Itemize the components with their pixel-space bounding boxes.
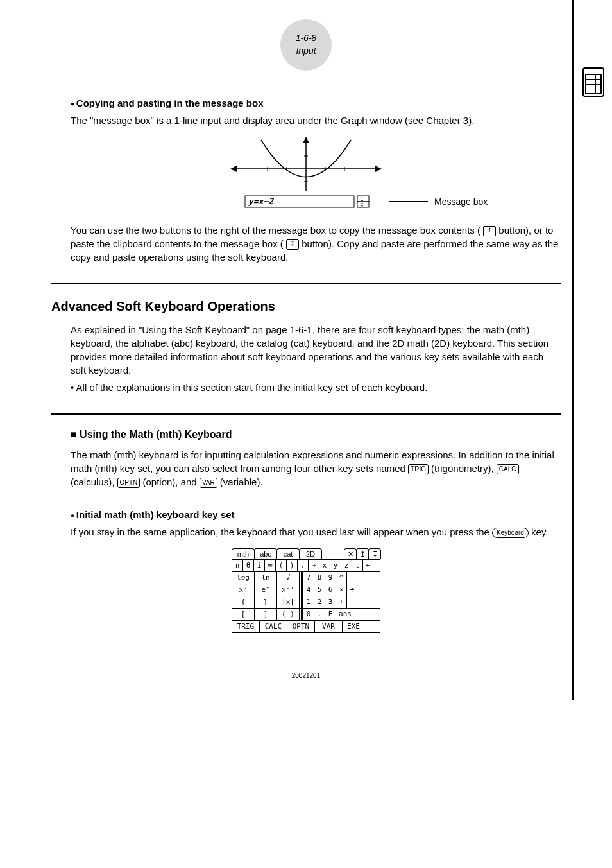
mth-keyboard-p1: The math (mth) keyboard is for inputting… <box>71 448 561 489</box>
tab-abc[interactable]: abc <box>254 548 277 559</box>
kbd-key[interactable]: (−) <box>277 609 300 620</box>
tab-cat[interactable]: cat <box>276 548 300 559</box>
kbd-key[interactable]: y <box>330 560 341 571</box>
footer-docdate: 20021201 <box>51 672 561 681</box>
paste-in-icon: ↧ <box>286 239 299 250</box>
soft-keyboard-figure: mth abc cat 2D ✕ ↥ ↧ πθi∞(),⇒xyzt← logln… <box>232 548 380 633</box>
kbd-key[interactable]: x² <box>232 584 255 596</box>
kbd-key[interactable]: 4 <box>303 584 314 596</box>
kbd-key[interactable]: { <box>232 596 255 608</box>
kbd-key[interactable]: ( <box>276 560 287 571</box>
kbd-key[interactable]: x⁻¹ <box>277 584 300 596</box>
tab-2d[interactable]: 2D <box>299 548 322 559</box>
svg-marker-2 <box>230 166 237 172</box>
page-title: Input <box>296 45 316 58</box>
initial-keyset-p: If you stay in the same application, the… <box>71 525 561 539</box>
advanced-ops-heading: Advanced Soft Keyboard Operations <box>51 297 561 315</box>
kbd-key[interactable]: ] <box>255 609 277 620</box>
tab-mth[interactable]: mth <box>232 548 255 559</box>
kbd-key[interactable]: } <box>255 596 277 608</box>
tab-up-icon[interactable]: ↥ <box>356 548 369 559</box>
svg-marker-5 <box>303 137 309 143</box>
tab-close-icon[interactable]: ✕ <box>344 548 357 559</box>
kbd-key[interactable]: . <box>314 609 325 620</box>
kbd-key[interactable]: 5 <box>314 584 325 596</box>
kbd-key[interactable]: x <box>319 560 330 571</box>
kbd-key[interactable]: log <box>232 572 255 584</box>
copy-paste-desc: You can use the two buttons to the right… <box>71 223 561 264</box>
graph-figure: y=x−2 ↥ ↧ Message box <box>51 137 561 217</box>
mth-keyboard-heading: Using the Math (mth) Keyboard <box>71 428 561 442</box>
kbd-key[interactable]: |x| <box>277 596 300 608</box>
var-key: VAR <box>200 478 217 488</box>
kbd-key[interactable]: EXE <box>343 621 364 632</box>
kbd-key[interactable]: 0 <box>303 609 314 620</box>
copy-out-icon: ↥ <box>483 226 496 236</box>
divider <box>51 283 561 284</box>
kbd-key[interactable]: E <box>325 609 336 620</box>
svg-marker-3 <box>375 166 382 172</box>
advanced-ops-p2: • All of the explanations in this sectio… <box>71 381 561 394</box>
kbd-key[interactable]: OPTN <box>287 621 315 632</box>
kbd-key[interactable]: × <box>336 584 347 596</box>
kbd-key[interactable]: = <box>347 572 357 584</box>
copy-paste-intro: The "message box" is a 1-line input and … <box>71 114 561 127</box>
kbd-key[interactable]: t <box>352 560 363 571</box>
trig-key: TRIG <box>408 464 429 474</box>
kbd-key[interactable]: 3 <box>325 596 336 608</box>
calc-key: CALC <box>497 464 519 474</box>
kbd-key[interactable]: VAR <box>315 621 343 632</box>
kbd-key[interactable]: ln <box>255 572 277 584</box>
kbd-key[interactable]: ) <box>287 560 298 571</box>
kbd-key[interactable]: 2 <box>314 596 325 608</box>
tab-down-icon[interactable]: ↧ <box>368 548 381 559</box>
kbd-key[interactable]: π <box>232 560 243 571</box>
kbd-key[interactable]: ← <box>363 560 373 571</box>
svg-text:↧: ↧ <box>360 202 364 208</box>
page-ref: 1-6-8 <box>296 32 317 45</box>
kbd-key[interactable]: √ <box>277 572 300 584</box>
kbd-key[interactable]: ⇒ <box>309 560 319 571</box>
kbd-key[interactable]: ∞ <box>265 560 276 571</box>
kbd-key[interactable]: 6 <box>325 584 336 596</box>
svg-text:↥: ↥ <box>360 196 364 202</box>
optn-key: OPTN <box>117 478 140 488</box>
kbd-key[interactable]: CALC <box>260 621 287 632</box>
initial-keyset-heading: Initial math (mth) keyboard key set <box>71 508 561 521</box>
kbd-key[interactable]: ans <box>336 609 354 620</box>
kbd-key[interactable]: [ <box>232 609 255 620</box>
copy-paste-heading: Copying and pasting in the message box <box>71 96 561 110</box>
kbd-key[interactable]: ^ <box>336 572 347 584</box>
kbd-key[interactable]: eˣ <box>255 584 277 596</box>
kbd-key[interactable]: 8 <box>314 572 325 584</box>
kbd-key[interactable]: z <box>341 560 352 571</box>
kbd-key[interactable]: + <box>336 596 347 608</box>
graph-svg: y=x−2 ↥ ↧ <box>223 137 389 214</box>
formula-text: y=x−2 <box>248 196 274 206</box>
keyboard-hardkey: Keyboard <box>492 528 529 538</box>
kbd-key[interactable]: ÷ <box>347 584 357 596</box>
kbd-key[interactable]: 7 <box>303 572 314 584</box>
message-box-label: Message box <box>434 196 488 209</box>
page-header-circle: 1-6-8 Input <box>280 19 332 71</box>
kbd-key[interactable]: θ <box>243 560 254 571</box>
divider <box>51 413 561 415</box>
kbd-key[interactable]: − <box>347 596 357 608</box>
kbd-key[interactable]: i <box>254 560 265 571</box>
kbd-key[interactable]: 1 <box>303 596 314 608</box>
kbd-key[interactable]: , <box>298 560 309 571</box>
kbd-key[interactable]: TRIG <box>232 621 260 632</box>
advanced-ops-p1: As explained in "Using the Soft Keyboard… <box>71 323 561 377</box>
kbd-key[interactable]: 9 <box>325 572 336 584</box>
